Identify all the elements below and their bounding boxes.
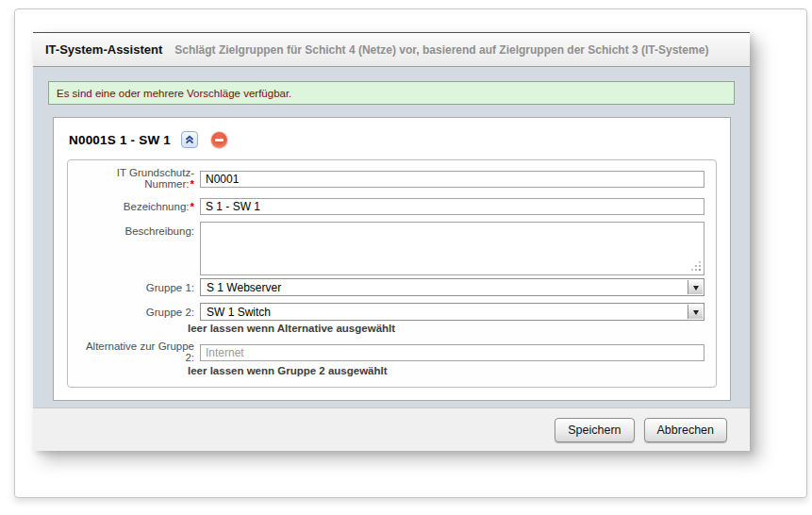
gruppe2-label: Gruppe 2: xyxy=(79,307,200,318)
beschreibung-row: Beschreibung: xyxy=(79,222,704,275)
bezeichnung-control xyxy=(200,197,704,215)
alternative-gruppe2-control xyxy=(200,343,704,361)
gruppe2-row: Gruppe 2: SW 1 Switch xyxy=(79,303,704,321)
bezeichnung-row: Bezeichnung:* xyxy=(79,197,704,215)
grundschutz-nummer-label: IT Grundschutz-Nummer:* xyxy=(79,167,200,190)
dropdown-arrow-icon[interactable] xyxy=(688,280,703,294)
alternative-gruppe2-hint: leer lassen wenn Gruppe 2 ausgewählt xyxy=(188,365,704,376)
bezeichnung-label-text: Bezeichnung: xyxy=(124,201,190,212)
gruppe2-control: SW 1 Switch xyxy=(200,303,704,321)
gruppe2-selected-value: SW 1 Switch xyxy=(207,306,271,319)
grundschutz-nummer-input[interactable] xyxy=(200,171,704,188)
minus-circle-icon xyxy=(215,139,224,141)
beschreibung-textarea[interactable] xyxy=(200,222,704,275)
alternative-gruppe2-row: Alternative zur Gruppe 2: xyxy=(79,341,704,363)
gruppe1-selected-value: S 1 Webserver xyxy=(207,281,281,294)
suggestions-message-text: Es sind eine oder mehrere Vorschläge ver… xyxy=(57,88,291,99)
beschreibung-label: Beschreibung: xyxy=(79,222,200,237)
bezeichnung-input[interactable] xyxy=(200,198,704,215)
grundschutz-nummer-control xyxy=(200,170,704,188)
required-marker: * xyxy=(191,201,194,212)
alternative-gruppe2-label: Alternative zur Gruppe 2: xyxy=(79,341,200,363)
gruppe1-select[interactable]: S 1 Webserver xyxy=(200,278,704,296)
dialog-subtitle: Schlägt Zielgruppen für Schicht 4 (Netze… xyxy=(174,43,708,57)
required-marker: * xyxy=(191,178,194,190)
assistant-dialog: IT-System-Assistent Schlägt Zielgruppen … xyxy=(33,32,750,451)
gruppe1-label-text: Gruppe 1: xyxy=(146,282,194,293)
bezeichnung-label: Bezeichnung:* xyxy=(79,201,200,212)
collapse-button[interactable] xyxy=(181,131,198,148)
save-button[interactable]: Speichern xyxy=(555,418,634,442)
dialog-header: IT-System-Assistent Schlägt Zielgruppen … xyxy=(33,32,750,67)
alternative-gruppe2-label-text: Alternative zur Gruppe 2: xyxy=(86,341,194,363)
dropdown-arrow-icon[interactable] xyxy=(688,305,703,319)
down-triangle-icon xyxy=(693,286,699,293)
gruppe2-label-text: Gruppe 2: xyxy=(146,307,194,318)
beschreibung-control xyxy=(200,222,704,275)
beschreibung-label-text: Beschreibung: xyxy=(124,225,194,237)
entry-title-row: N0001S 1 - SW 1 xyxy=(69,129,717,150)
chevron-double-up-icon xyxy=(185,135,194,144)
gruppe1-control: S 1 Webserver xyxy=(200,278,704,296)
gruppe1-row: Gruppe 1: S 1 Webserver xyxy=(79,278,704,296)
cancel-button[interactable]: Abbrechen xyxy=(644,418,727,442)
suggestions-message: Es sind eine oder mehrere Vorschläge ver… xyxy=(48,81,735,105)
grundschutz-nummer-row: IT Grundschutz-Nummer:* xyxy=(79,167,704,190)
dialog-body: Es sind eine oder mehrere Vorschläge ver… xyxy=(33,67,750,407)
content-card: IT-System-Assistent Schlägt Zielgruppen … xyxy=(14,8,807,498)
gruppe1-label: Gruppe 1: xyxy=(79,282,200,293)
entry-panel: N0001S 1 - SW 1 xyxy=(53,117,731,401)
remove-button[interactable] xyxy=(211,132,227,148)
alternative-gruppe2-input[interactable] xyxy=(200,344,704,361)
gruppe2-select[interactable]: SW 1 Switch xyxy=(200,303,704,321)
down-triangle-icon xyxy=(693,310,699,318)
gruppe2-hint: leer lassen wenn Alternative ausgewählt xyxy=(188,323,704,334)
resize-grip-icon[interactable] xyxy=(699,269,701,271)
grundschutz-nummer-label-text: IT Grundschutz-Nummer: xyxy=(117,167,194,190)
entry-fieldset: IT Grundschutz-Nummer:* Bezeichnung:* Be… xyxy=(67,159,717,388)
entry-title: N0001S 1 - SW 1 xyxy=(69,133,171,147)
dialog-title: IT-System-Assistent xyxy=(45,42,162,57)
dialog-footer: Speichern Abbrechen xyxy=(33,407,750,451)
